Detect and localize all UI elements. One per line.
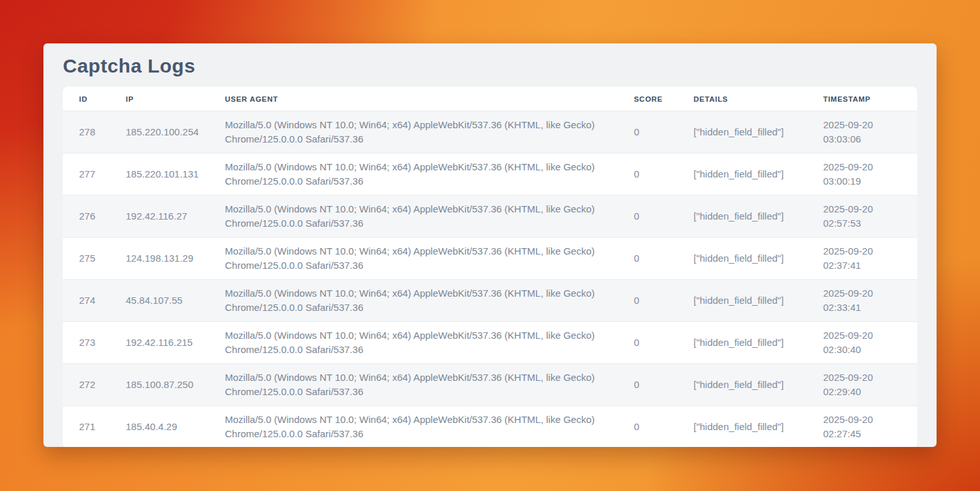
cell-score: 0	[634, 364, 694, 406]
cell-timestamp: 2025-09-20 02:57:53	[823, 196, 917, 238]
cell-score: 0	[634, 111, 694, 154]
cell-id: 276	[63, 196, 126, 238]
cell-timestamp: 2025-09-20 03:03:06	[823, 111, 917, 154]
cell-timestamp: 2025-09-20 02:33:41	[823, 280, 917, 322]
cell-score: 0	[634, 238, 694, 280]
cell-score: 0	[634, 154, 694, 196]
table-body: 278185.220.100.254Mozilla/5.0 (Windows N…	[63, 111, 917, 448]
cell-user_agent: Mozilla/5.0 (Windows NT 10.0; Win64; x64…	[225, 111, 634, 154]
cell-timestamp: 2025-09-20 02:37:41	[823, 238, 917, 280]
column-header-timestamp: TIMESTAMP	[823, 87, 917, 111]
logs-table-container: IDIPUSER AGENTSCOREDETAILSTIMESTAMP 2781…	[63, 87, 917, 447]
cell-score: 0	[634, 196, 694, 238]
cell-id: 275	[63, 238, 126, 280]
column-header-ip: IP	[126, 87, 225, 111]
table-row: 272185.100.87.250Mozilla/5.0 (Windows NT…	[63, 364, 917, 406]
cell-user_agent: Mozilla/5.0 (Windows NT 10.0; Win64; x64…	[225, 280, 634, 322]
cell-user_agent: Mozilla/5.0 (Windows NT 10.0; Win64; x64…	[225, 406, 634, 448]
cell-details: ["hidden_field_filled"]	[694, 111, 823, 154]
cell-ip: 185.100.87.250	[126, 364, 225, 406]
cell-timestamp: 2025-09-20 03:00:19	[823, 154, 917, 196]
cell-ip: 185.220.101.131	[126, 154, 225, 196]
cell-id: 271	[63, 406, 126, 448]
cell-score: 0	[634, 280, 694, 322]
cell-details: ["hidden_field_filled"]	[694, 364, 823, 406]
cell-id: 273	[63, 322, 126, 364]
page-title: Captcha Logs	[63, 54, 917, 78]
cell-score: 0	[634, 406, 694, 448]
table-header-row: IDIPUSER AGENTSCOREDETAILSTIMESTAMP	[63, 87, 917, 111]
cell-id: 274	[63, 280, 126, 322]
cell-ip: 192.42.116.27	[126, 196, 225, 238]
column-header-details: DETAILS	[694, 87, 823, 111]
table-row: 277185.220.101.131Mozilla/5.0 (Windows N…	[63, 154, 917, 196]
column-header-user_agent: USER AGENT	[225, 87, 634, 111]
cell-id: 277	[63, 154, 126, 196]
cell-user_agent: Mozilla/5.0 (Windows NT 10.0; Win64; x64…	[225, 322, 634, 364]
cell-ip: 124.198.131.29	[126, 238, 225, 280]
cell-id: 278	[63, 111, 126, 154]
cell-ip: 185.220.100.254	[126, 111, 225, 154]
cell-ip: 45.84.107.55	[126, 280, 225, 322]
cell-user_agent: Mozilla/5.0 (Windows NT 10.0; Win64; x64…	[225, 364, 634, 406]
table-row: 276192.42.116.27Mozilla/5.0 (Windows NT …	[63, 196, 917, 238]
cell-user_agent: Mozilla/5.0 (Windows NT 10.0; Win64; x64…	[225, 154, 634, 196]
cell-details: ["hidden_field_filled"]	[694, 406, 823, 448]
cell-details: ["hidden_field_filled"]	[694, 322, 823, 364]
captcha-logs-card: Captcha Logs IDIPUSER AGENTSCOREDETAILST…	[43, 43, 937, 447]
cell-timestamp: 2025-09-20 02:29:40	[823, 364, 917, 406]
table-row: 271185.40.4.29Mozilla/5.0 (Windows NT 10…	[63, 406, 917, 448]
cell-id: 272	[63, 364, 126, 406]
cell-ip: 185.40.4.29	[126, 406, 225, 448]
table-row: 273192.42.116.215Mozilla/5.0 (Windows NT…	[63, 322, 917, 364]
cell-details: ["hidden_field_filled"]	[694, 280, 823, 322]
desktop-background: { "page": { "title": "Captcha Logs" }, "…	[0, 0, 980, 491]
logs-table: IDIPUSER AGENTSCOREDETAILSTIMESTAMP 2781…	[63, 87, 917, 447]
cell-timestamp: 2025-09-20 02:30:40	[823, 322, 917, 364]
column-header-id: ID	[63, 87, 126, 111]
cell-details: ["hidden_field_filled"]	[694, 154, 823, 196]
table-row: 27445.84.107.55Mozilla/5.0 (Windows NT 1…	[63, 280, 917, 322]
cell-details: ["hidden_field_filled"]	[694, 238, 823, 280]
table-row: 275124.198.131.29Mozilla/5.0 (Windows NT…	[63, 238, 917, 280]
table-row: 278185.220.100.254Mozilla/5.0 (Windows N…	[63, 111, 917, 154]
cell-ip: 192.42.116.215	[126, 322, 225, 364]
cell-timestamp: 2025-09-20 02:27:45	[823, 406, 917, 448]
cell-user_agent: Mozilla/5.0 (Windows NT 10.0; Win64; x64…	[225, 238, 634, 280]
cell-user_agent: Mozilla/5.0 (Windows NT 10.0; Win64; x64…	[225, 196, 634, 238]
cell-details: ["hidden_field_filled"]	[694, 196, 823, 238]
cell-score: 0	[634, 322, 694, 364]
column-header-score: SCORE	[634, 87, 694, 111]
